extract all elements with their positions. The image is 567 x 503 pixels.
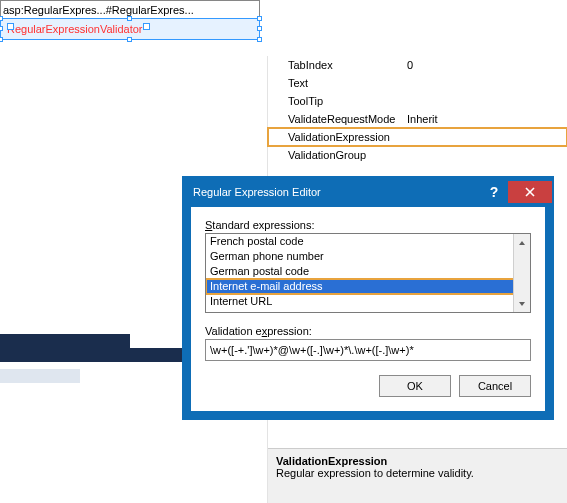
- listbox-item[interactable]: French postal code: [206, 234, 530, 249]
- validator-error-text: RegularExpressionValidator: [7, 23, 143, 35]
- listbox-item[interactable]: Internet URL: [206, 294, 530, 309]
- regex-validator-control[interactable]: RegularExpressionValidator: [0, 18, 260, 40]
- svg-marker-3: [519, 302, 525, 306]
- property-name: Text: [268, 77, 403, 89]
- decoration: [0, 369, 80, 383]
- properties-description: ValidationExpression Regular expression …: [268, 448, 567, 503]
- property-row[interactable]: ValidateRequestModeInherit: [268, 110, 567, 128]
- design-surface: asp:RegularExpres...#RegularExpres... Re…: [0, 0, 260, 40]
- regex-editor-dialog: Regular Expression Editor ? Standard exp…: [183, 177, 553, 419]
- property-name: ValidateRequestMode: [268, 113, 403, 125]
- decoration: [0, 334, 130, 348]
- listbox-item[interactable]: German phone number: [206, 249, 530, 264]
- dialog-title-text: Regular Expression Editor: [193, 186, 321, 198]
- scroll-down-button[interactable]: [514, 295, 530, 312]
- scroll-up-button[interactable]: [514, 234, 530, 251]
- close-button[interactable]: [508, 181, 552, 203]
- validation-expression-input[interactable]: [205, 339, 531, 361]
- help-button[interactable]: ?: [480, 181, 508, 203]
- ok-button[interactable]: OK: [379, 375, 451, 397]
- listbox-scrollbar[interactable]: [513, 234, 530, 312]
- property-row[interactable]: TabIndex0: [268, 56, 567, 74]
- close-icon: [525, 187, 535, 197]
- chevron-up-icon: [518, 239, 526, 247]
- property-row[interactable]: ToolTip: [268, 92, 567, 110]
- svg-marker-2: [519, 241, 525, 245]
- property-value[interactable]: Inherit: [403, 113, 567, 125]
- property-name: ToolTip: [268, 95, 403, 107]
- dialog-titlebar[interactable]: Regular Expression Editor ?: [183, 177, 553, 207]
- listbox-item[interactable]: German postal code: [206, 264, 530, 279]
- properties-desc-text: Regular expression to determine validity…: [276, 467, 559, 479]
- validation-expression-label: Validation expression:: [205, 325, 531, 337]
- standard-expressions-label: Standard expressions:: [205, 219, 531, 231]
- property-name: TabIndex: [268, 59, 403, 71]
- property-name: ValidationExpression: [268, 131, 403, 143]
- listbox-item[interactable]: Internet e-mail address: [206, 279, 530, 294]
- property-value[interactable]: 0: [403, 59, 567, 71]
- properties-desc-title: ValidationExpression: [276, 455, 559, 467]
- standard-expressions-listbox[interactable]: French postal codeGerman phone numberGer…: [205, 233, 531, 313]
- cancel-button[interactable]: Cancel: [459, 375, 531, 397]
- chevron-down-icon: [518, 300, 526, 308]
- property-row[interactable]: ValidationExpression: [268, 128, 567, 146]
- property-row[interactable]: Text: [268, 74, 567, 92]
- property-row[interactable]: ValidationGroup: [268, 146, 567, 164]
- properties-grid[interactable]: TabIndex0TextToolTipValidateRequestModeI…: [268, 56, 567, 164]
- decoration: [0, 348, 195, 362]
- property-name: ValidationGroup: [268, 149, 403, 161]
